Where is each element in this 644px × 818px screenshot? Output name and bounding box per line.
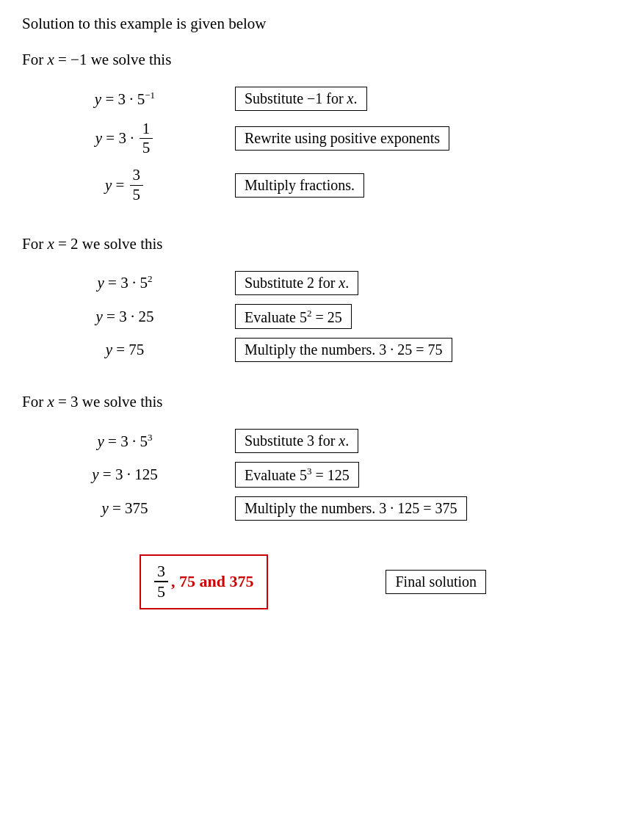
table-row: y = 3 · 25 Evaluate 52 = 25 [22, 300, 622, 334]
step-box: Multiply the numbers. 3 · 25 = 75 [235, 338, 452, 362]
table-row: y = 75 Multiply the numbers. 3 · 25 = 75 [22, 333, 622, 366]
math-cell: y = 3 · 1 5 [22, 115, 228, 162]
desc-cell: Substitute 3 for x. [228, 424, 622, 457]
section3-header: For x = 3 we solve this [22, 393, 622, 411]
table-row: y = 375 Multiply the numbers. 3 · 125 = … [22, 492, 622, 525]
math-cell: y = 3 5 [22, 162, 228, 208]
math-cell: y = 3 · 52 [22, 267, 228, 300]
section-x-3: For x = 3 we solve this y = 3 · 53 Subst… [22, 393, 622, 525]
math-cell: y = 3 · 125 [22, 457, 228, 492]
table-row: y = 3 · 53 Substitute 3 for x. [22, 424, 622, 457]
step-box: Rewrite using positive exponents [235, 126, 449, 151]
final-fraction: 3 5 [154, 562, 168, 602]
math-cell: y = 3 · 53 [22, 424, 228, 457]
desc-cell: Evaluate 53 = 125 [228, 457, 622, 492]
desc-cell: Multiply the numbers. 3 · 25 = 75 [228, 333, 622, 366]
final-answer-box: 3 5 , 75 and 375 [140, 554, 268, 609]
section-x-neg1: For x = −1 we solve this y = 3 · 5−1 Sub… [22, 51, 622, 209]
desc-cell: Substitute −1 for x. [228, 82, 622, 115]
step-box: Evaluate 53 = 125 [235, 462, 359, 488]
desc-cell: Evaluate 52 = 25 [228, 300, 622, 334]
math-cell: y = 3 · 5−1 [22, 82, 228, 115]
desc-cell: Multiply fractions. [228, 162, 622, 208]
table-row: y = 3 · 125 Evaluate 53 = 125 [22, 457, 622, 492]
section-x-2: For x = 2 we solve this y = 3 · 52 Subst… [22, 235, 622, 367]
math-cell: y = 3 · 25 [22, 300, 228, 334]
final-values: , 75 and 375 [171, 572, 253, 591]
section2-header: For x = 2 we solve this [22, 235, 622, 253]
section1-header: For x = −1 we solve this [22, 51, 622, 69]
table-row: y = 3 · 52 Substitute 2 for x. [22, 267, 622, 300]
table-row: y = 3 · 5−1 Substitute −1 for x. [22, 82, 622, 115]
math-cell: y = 75 [22, 333, 228, 366]
desc-cell: Rewrite using positive exponents [228, 115, 622, 162]
final-solution-box: Final solution [386, 570, 486, 594]
section3-steps-table: y = 3 · 53 Substitute 3 for x. y = 3 · 1… [22, 424, 622, 525]
desc-cell: Substitute 2 for x. [228, 267, 622, 300]
desc-cell: Multiply the numbers. 3 · 125 = 375 [228, 492, 622, 525]
step-box: Multiply fractions. [235, 173, 364, 198]
section2-steps-table: y = 3 · 52 Substitute 2 for x. y = 3 · 2… [22, 267, 622, 367]
intro-text: Solution to this example is given below [22, 15, 622, 33]
table-row: y = 3 · 1 5 Rewrite using positive expon… [22, 115, 622, 162]
step-box: Multiply the numbers. 3 · 125 = 375 [235, 496, 467, 521]
step-box: Substitute −1 for x. [235, 87, 367, 111]
math-cell: y = 375 [22, 492, 228, 525]
step-box: Substitute 3 for x. [235, 429, 358, 453]
table-row: y = 3 5 Multiply fractions. [22, 162, 622, 208]
step-box: Evaluate 52 = 25 [235, 304, 352, 330]
step-box: Substitute 2 for x. [235, 271, 358, 295]
section1-steps-table: y = 3 · 5−1 Substitute −1 for x. y = 3 ·… [22, 82, 622, 209]
final-answer-row: 3 5 , 75 and 375 Final solution [22, 554, 622, 609]
